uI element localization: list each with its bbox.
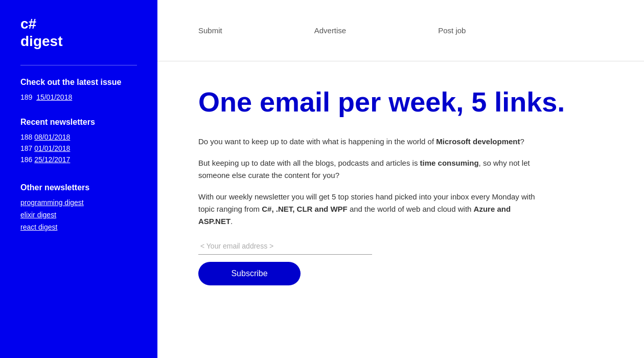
subscription-form: Subscribe (198, 238, 372, 285)
other-newsletters-section: Other newsletters programming digest eli… (20, 183, 137, 235)
latest-issue-date-link[interactable]: 15/01/2018 (36, 93, 72, 101)
other-newsletters-title: Other newsletters (20, 183, 137, 192)
subscribe-button[interactable]: Subscribe (198, 262, 301, 285)
list-item: 187 01/01/2018 (20, 144, 137, 152)
main-area: Submit Advertise Post job One email per … (157, 0, 644, 358)
latest-issue-title: Check out the latest issue (20, 78, 137, 87)
nav-advertise[interactable]: Advertise (314, 26, 347, 35)
other-newsletter-link-react[interactable]: react digest (20, 223, 137, 231)
latest-issue-line: 189 15/01/2018 (20, 93, 137, 101)
page-headline: One email per week, 5 links. (198, 87, 603, 117)
content-area: One email per week, 5 links. Do you want… (157, 61, 644, 306)
paragraph-3: With our weekly newsletter you will get … (198, 191, 546, 228)
list-item: 188 08/01/2018 (20, 133, 137, 141)
latest-issue-number: 189 (20, 93, 32, 101)
email-input[interactable] (198, 238, 372, 255)
sidebar: c# digest Check out the latest issue 189… (0, 0, 157, 358)
paragraph-1: Do you want to keep up to date with what… (198, 136, 546, 148)
list-item: 186 25/12/2017 (20, 155, 137, 164)
other-newsletter-link-programming[interactable]: programming digest (20, 198, 137, 207)
logo: c# digest (20, 15, 137, 50)
header: Submit Advertise Post job (157, 0, 644, 61)
nav-submit[interactable]: Submit (198, 26, 222, 35)
recent-newsletters-section: Recent newsletters 188 08/01/2018 187 01… (20, 118, 137, 167)
paragraph-2: But keeping up to date with all the blog… (198, 157, 546, 182)
recent-newsletters-title: Recent newsletters (20, 118, 137, 127)
nav-post-job[interactable]: Post job (438, 26, 466, 35)
main-nav: Submit Advertise Post job (198, 26, 466, 35)
other-newsletter-link-elixir[interactable]: elixir digest (20, 211, 137, 219)
